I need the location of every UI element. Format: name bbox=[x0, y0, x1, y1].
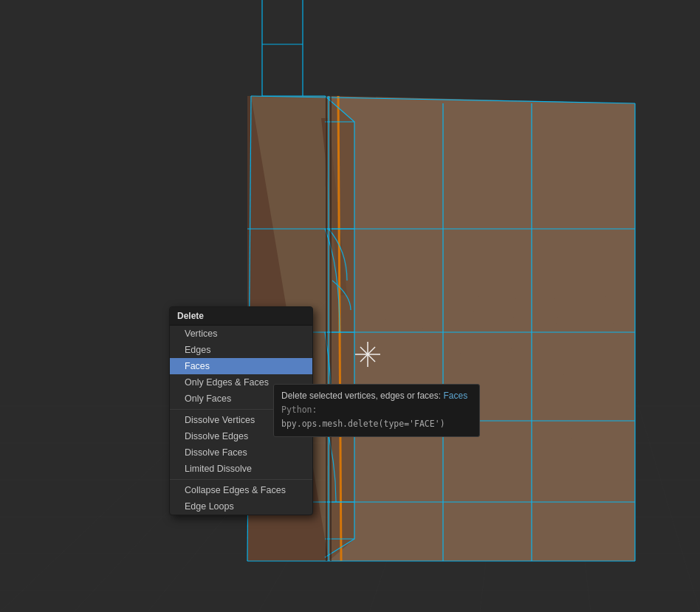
tooltip-highlight: Faces bbox=[443, 391, 467, 401]
tooltip-python-label: Python: bbox=[281, 405, 317, 415]
menu-item-vertices[interactable]: Vertices bbox=[170, 326, 312, 342]
tooltip: Delete selected vertices, edges or faces… bbox=[273, 384, 480, 437]
viewport bbox=[0, 0, 700, 612]
menu-item-dissolve-faces[interactable]: Dissolve Faces bbox=[170, 444, 312, 461]
svg-line-10 bbox=[369, 295, 480, 612]
menu-item-collapse-edges-faces[interactable]: Collapse Edges & Faces bbox=[170, 482, 312, 498]
svg-line-21 bbox=[251, 96, 635, 103]
tooltip-description-prefix: Delete selected vertices, edges or faces… bbox=[281, 391, 443, 401]
svg-marker-19 bbox=[325, 96, 354, 561]
svg-line-12 bbox=[554, 295, 591, 612]
svg-line-13 bbox=[605, 295, 700, 612]
menu-separator-2 bbox=[170, 479, 312, 480]
svg-line-42 bbox=[360, 347, 375, 362]
context-menu-title: Delete bbox=[170, 307, 312, 326]
svg-rect-0 bbox=[0, 0, 700, 612]
menu-item-limited-dissolve[interactable]: Limited Dissolve bbox=[170, 461, 312, 477]
menu-item-edge-loops[interactable]: Edge Loops bbox=[170, 498, 312, 515]
tooltip-python-code: bpy.ops.mesh.delete(type='FACE') bbox=[281, 419, 445, 429]
menu-item-faces[interactable]: Faces bbox=[170, 358, 312, 374]
svg-line-41 bbox=[360, 347, 375, 362]
tooltip-description: Delete selected vertices, edges or faces… bbox=[281, 389, 472, 403]
svg-marker-16 bbox=[325, 96, 635, 561]
tooltip-python-line: Python: bpy.ops.mesh.delete(type='FACE') bbox=[281, 403, 472, 431]
svg-line-20 bbox=[338, 96, 341, 561]
menu-item-edges[interactable]: Edges bbox=[170, 342, 312, 358]
svg-marker-18 bbox=[321, 118, 347, 295]
svg-line-11 bbox=[480, 295, 517, 612]
